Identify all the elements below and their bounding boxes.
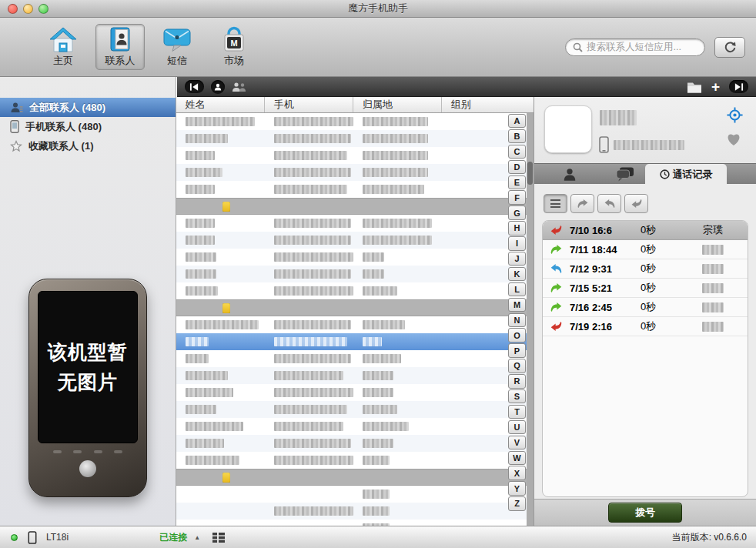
minimize-button[interactable] xyxy=(23,4,33,14)
contact-row[interactable] xyxy=(176,266,534,282)
contact-row[interactable] xyxy=(176,249,534,266)
alphabet-M[interactable]: M xyxy=(508,298,526,312)
contact-row[interactable] xyxy=(176,367,534,384)
call-record-row[interactable]: 7/11 18:440秒 xyxy=(543,240,748,259)
contact-row[interactable] xyxy=(176,520,534,526)
alphabet-G[interactable]: G xyxy=(508,206,526,219)
tab-contact-info[interactable] xyxy=(534,164,605,185)
nav-contacts-button[interactable]: 联系人 xyxy=(95,24,145,70)
search-box[interactable] xyxy=(565,38,705,56)
contact-row[interactable] xyxy=(176,232,534,249)
alphabet-N[interactable]: N xyxy=(508,313,526,327)
contact-row[interactable] xyxy=(176,503,534,520)
table-cell-redacted xyxy=(353,232,442,249)
contact-row[interactable] xyxy=(176,316,534,333)
table-cell-redacted xyxy=(353,249,442,266)
contact-row[interactable] xyxy=(176,435,534,452)
alphabet-O[interactable]: O xyxy=(508,328,526,342)
alphabet-Q[interactable]: Q xyxy=(508,359,526,373)
group-view-icon[interactable] xyxy=(232,82,247,92)
search-input[interactable] xyxy=(587,42,697,52)
table-cell-redacted xyxy=(353,147,442,164)
nav-home-button[interactable]: 主页 xyxy=(38,24,88,70)
column-header[interactable]: 组别 xyxy=(442,97,534,112)
alphabet-X[interactable]: X xyxy=(508,466,526,480)
dial-button[interactable]: 拨号 xyxy=(608,503,682,523)
alphabet-F[interactable]: F xyxy=(508,190,526,204)
sidebar-item-starred-contacts[interactable]: 收藏联系人 (1) xyxy=(0,136,176,155)
call-duration: 0秒 xyxy=(641,223,685,237)
connection-menu-arrow[interactable]: ▲ xyxy=(194,534,200,541)
contact-row[interactable] xyxy=(176,452,534,469)
alphabet-B[interactable]: B xyxy=(508,129,526,143)
filter-incoming-button[interactable] xyxy=(597,194,621,213)
zoom-button[interactable] xyxy=(38,4,49,14)
contact-row[interactable] xyxy=(176,401,534,418)
alphabet-L[interactable]: L xyxy=(508,282,526,296)
contact-row[interactable] xyxy=(176,418,534,435)
alphabet-J[interactable]: J xyxy=(508,252,526,266)
table-scrollbar[interactable] xyxy=(527,113,534,526)
alphabet-W[interactable]: W xyxy=(508,451,526,465)
call-record-row[interactable]: 7/12 9:310秒 xyxy=(543,259,748,279)
call-record-row[interactable]: 7/19 2:160秒 xyxy=(543,317,748,336)
tab-messages[interactable] xyxy=(605,164,645,185)
contact-row[interactable] xyxy=(176,486,534,503)
list-icon xyxy=(550,199,560,208)
filter-all-button[interactable] xyxy=(544,194,567,213)
alphabet-V[interactable]: V xyxy=(508,436,526,449)
call-record-row[interactable]: 7/10 16:60秒宗璞 xyxy=(543,221,748,240)
favorite-heart-icon[interactable] xyxy=(726,132,741,146)
alphabet-S[interactable]: S xyxy=(508,389,526,403)
contact-row[interactable] xyxy=(176,130,534,147)
alphabet-Y[interactable]: Y xyxy=(508,481,526,495)
column-header[interactable]: 姓名 xyxy=(176,97,265,112)
contact-row[interactable] xyxy=(176,282,534,299)
alphabet-E[interactable]: E xyxy=(508,175,526,189)
contact-view-button[interactable] xyxy=(211,80,225,94)
filter-missed-button[interactable] xyxy=(624,194,648,213)
view-grid-icon[interactable] xyxy=(212,533,225,543)
filter-outgoing-button[interactable] xyxy=(570,194,594,213)
alphabet-R[interactable]: R xyxy=(508,374,526,388)
contact-row[interactable] xyxy=(176,181,534,198)
nav-market-button[interactable]: M市场 xyxy=(209,24,259,70)
contact-row[interactable] xyxy=(176,215,534,232)
contact-row[interactable] xyxy=(176,164,534,181)
contact-row[interactable] xyxy=(176,147,534,164)
nav-sms-button[interactable]: 短信 xyxy=(152,24,202,70)
sidebar-item-all-contacts[interactable]: 全部联系人 (480) xyxy=(0,98,176,117)
sidebar-item-phone-contacts[interactable]: 手机联系人 (480) xyxy=(0,117,176,136)
alphabet-P[interactable]: P xyxy=(508,343,526,357)
alphabet-A[interactable]: A xyxy=(508,114,526,128)
contact-row[interactable] xyxy=(176,113,534,130)
refresh-button[interactable] xyxy=(714,37,745,58)
column-header[interactable]: 手机 xyxy=(265,97,353,112)
table-cell-redacted xyxy=(353,435,442,452)
close-button[interactable] xyxy=(8,4,18,14)
alphabet-U[interactable]: U xyxy=(508,420,526,434)
tab-call-log[interactable]: 通话记录 xyxy=(645,164,727,185)
alphabet-K[interactable]: K xyxy=(508,267,526,281)
folder-icon[interactable] xyxy=(687,81,702,93)
alphabet-T[interactable]: T xyxy=(508,405,526,419)
contact-row-selected[interactable] xyxy=(176,333,534,350)
collapse-right-button[interactable] xyxy=(729,80,748,93)
alphabet-C[interactable]: C xyxy=(508,145,526,159)
call-record-row[interactable]: 7/16 2:450秒 xyxy=(543,298,748,317)
locate-icon[interactable] xyxy=(726,106,744,124)
alphabet-Z[interactable]: Z xyxy=(508,496,526,510)
contact-row[interactable] xyxy=(176,384,534,401)
group-folder-icon xyxy=(222,473,230,483)
alphabet-I[interactable]: I xyxy=(508,236,526,250)
add-contact-button[interactable]: + xyxy=(711,80,720,93)
scrollbar-thumb[interactable] xyxy=(527,162,533,185)
table-cell-redacted xyxy=(176,181,265,198)
column-header[interactable]: 归属地 xyxy=(353,97,442,112)
collapse-left-button[interactable] xyxy=(185,80,204,93)
alphabet-D[interactable]: D xyxy=(508,160,526,174)
contact-row[interactable] xyxy=(176,350,534,367)
alphabet-H[interactable]: H xyxy=(508,221,526,235)
device-name: LT18i xyxy=(46,532,69,543)
call-record-row[interactable]: 7/15 5:210秒 xyxy=(543,279,748,298)
